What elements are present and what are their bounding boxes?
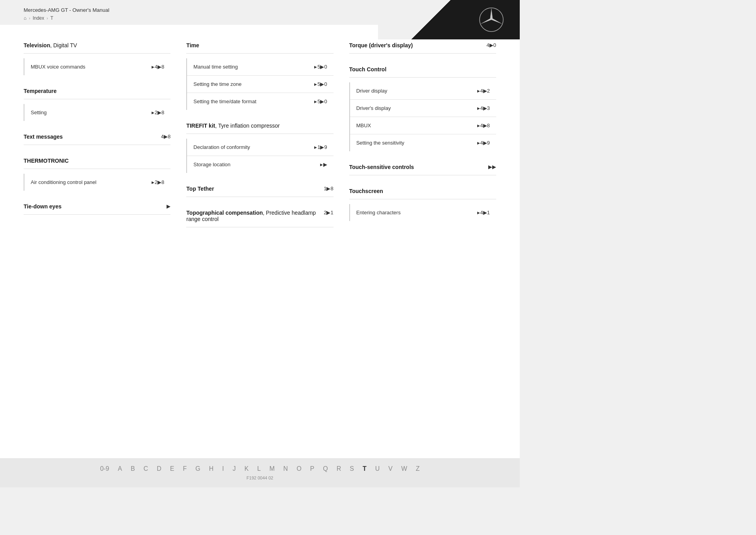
section-header-temperature: Temperature (24, 86, 170, 96)
sub-item-label: Setting the time/date format (193, 98, 256, 104)
section-bold-touchscreen: Touchscreen (349, 188, 383, 194)
sub-item-label: Manual time setting (193, 64, 238, 70)
section-header-tirefit: TIREFIT kit, Tyre inflation compressor (186, 121, 333, 130)
alpha-item-f[interactable]: F (183, 465, 187, 472)
list-item[interactable]: Storage location ▶ (187, 156, 333, 173)
section-bold-topographical: Topographical compensation (186, 210, 263, 216)
sub-item-page: 4▶8 (152, 64, 164, 70)
sub-item-page: 1▶9 (314, 144, 327, 150)
section-header-touchscreen: Touchscreen (349, 186, 496, 196)
alpha-item-09[interactable]: 0-9 (100, 465, 109, 472)
alpha-item-z[interactable]: Z (416, 465, 420, 472)
section-touch-sensitive: Touch-sensitive controls ▶▶ (349, 162, 496, 175)
sub-items-television: MBUX voice commands 4▶8 (24, 58, 170, 75)
sub-item-label: Setting the time zone (193, 81, 241, 87)
alpha-item-l[interactable]: L (257, 465, 261, 472)
section-header-torque: Torque (driver's display) 4▶0 (349, 41, 496, 50)
breadcrumb-t[interactable]: T (50, 15, 53, 21)
mercedes-logo (479, 7, 504, 32)
list-item[interactable]: Manual time setting 5▶0 (187, 58, 333, 76)
sub-item-page: ▶ (320, 162, 327, 167)
breadcrumb-index[interactable]: Index (33, 15, 44, 21)
list-item[interactable]: Air conditioning control panel 2▶8 (24, 174, 170, 191)
alpha-item-n[interactable]: N (284, 465, 288, 472)
section-thermotronic: THERMOTRONIC Air conditioning control pa… (24, 156, 170, 191)
sub-item-label: Driver display (356, 88, 387, 94)
alpha-item-i[interactable]: I (222, 465, 224, 472)
section-top-tether: Top Tether 1▶8 (186, 184, 333, 197)
list-item[interactable]: Driver's display 4▶3 (350, 100, 496, 117)
section-touchscreen: Touchscreen Entering characters 4▶1 (349, 186, 496, 221)
alpha-item-s[interactable]: S (350, 465, 354, 472)
section-bold-text-messages: Text messages (24, 134, 63, 140)
alpha-item-m[interactable]: M (269, 465, 274, 472)
alpha-item-v[interactable]: V (388, 465, 393, 472)
section-bold-tirefit: TIREFIT kit (186, 123, 215, 129)
alpha-item-c[interactable]: C (144, 465, 148, 472)
index-grid: Television, Digital TV MBUX voice comman… (24, 41, 496, 238)
list-item[interactable]: Driver display 4▶2 (350, 82, 496, 100)
sub-item-page: 4▶8 (477, 123, 490, 128)
section-bold-torque: Torque (driver's display) (349, 42, 413, 48)
list-item[interactable]: Declaration of conformity 1▶9 (187, 139, 333, 156)
home-icon[interactable]: ⌂ (24, 15, 26, 21)
list-item[interactable]: Setting the sensitivity 4▶9 (350, 134, 496, 151)
column-1: Television, Digital TV MBUX voice comman… (24, 41, 170, 238)
sub-item-page: 2▶8 (152, 179, 164, 185)
alpha-item-u[interactable]: U (375, 465, 380, 472)
section-page-text-messages: 4▶8 (161, 134, 170, 139)
divider-text-messages (24, 145, 170, 145)
section-page-top-tether: 1▶8 (324, 186, 333, 191)
alpha-item-e[interactable]: E (170, 465, 174, 472)
alpha-item-o[interactable]: O (296, 465, 301, 472)
list-item[interactable]: Setting the time zone 5▶0 (187, 76, 333, 93)
list-item[interactable]: Setting the time/date format 5▶0 (187, 93, 333, 110)
sub-item-page: 5▶0 (314, 81, 327, 87)
section-bold-thermotronic: THERMOTRONIC (24, 158, 69, 164)
list-item[interactable]: MBUX voice commands 4▶8 (24, 58, 170, 75)
sub-item-label: Declaration of conformity (193, 144, 250, 150)
sub-items-temperature: Setting 2▶8 (24, 104, 170, 121)
section-header-text-messages: Text messages 4▶8 (24, 132, 170, 141)
sub-item-label: MBUX voice commands (31, 64, 85, 70)
section-bold-television: Television (24, 42, 50, 48)
footer-doc-id: F192 0044 02 (0, 476, 520, 484)
section-television: Television, Digital TV MBUX voice comman… (24, 41, 170, 75)
alpha-item-g[interactable]: G (195, 465, 200, 472)
section-bold-touch-control: Touch Control (349, 66, 387, 72)
sub-item-page: 4▶9 (477, 140, 490, 146)
sub-items-touchscreen: Entering characters 4▶1 (349, 204, 496, 221)
sub-item-page: 4▶2 (477, 88, 490, 94)
section-header-touch-sensitive: Touch-sensitive controls ▶▶ (349, 162, 496, 172)
alpha-item-t[interactable]: T (363, 465, 367, 472)
sub-item-label: Setting (31, 110, 46, 115)
alpha-item-h[interactable]: H (209, 465, 214, 472)
section-header-topographical: Topographical compensation, Predictive h… (186, 208, 333, 224)
breadcrumb-sep-1: › (29, 16, 30, 20)
list-item[interactable]: MBUX 4▶8 (350, 117, 496, 134)
section-page-tie-down: ▶ (167, 203, 170, 209)
section-page-torque: 4▶0 (487, 42, 496, 48)
alpha-item-d[interactable]: D (157, 465, 161, 472)
divider-top-tether (186, 197, 333, 197)
alpha-item-j[interactable]: J (233, 465, 236, 472)
divider-temperature (24, 99, 170, 99)
alpha-item-k[interactable]: K (245, 465, 249, 472)
alpha-item-r[interactable]: R (337, 465, 341, 472)
sub-items-time: Manual time setting 5▶0 Setting the time… (186, 58, 333, 110)
alpha-item-b[interactable]: B (131, 465, 135, 472)
section-bold-touch-sensitive: Touch-sensitive controls (349, 164, 414, 170)
section-bold-time: Time (186, 42, 199, 48)
section-time: Time Manual time setting 5▶0 Setting the… (186, 41, 333, 110)
alpha-item-p[interactable]: P (310, 465, 315, 472)
column-2: Time Manual time setting 5▶0 Setting the… (186, 41, 333, 238)
page-title: Mercedes-AMG GT - Owner's Manual (24, 7, 109, 13)
breadcrumb-sep-2: › (46, 16, 48, 20)
list-item[interactable]: Setting 2▶8 (24, 104, 170, 121)
list-item[interactable]: Entering characters 4▶1 (350, 204, 496, 221)
alpha-item-a[interactable]: A (118, 465, 122, 472)
section-header-tie-down: Tie-down eyes ▶ (24, 202, 170, 211)
sub-item-label: Driver's display (356, 105, 391, 111)
alpha-item-w[interactable]: W (401, 465, 407, 472)
alpha-item-q[interactable]: Q (323, 465, 328, 472)
